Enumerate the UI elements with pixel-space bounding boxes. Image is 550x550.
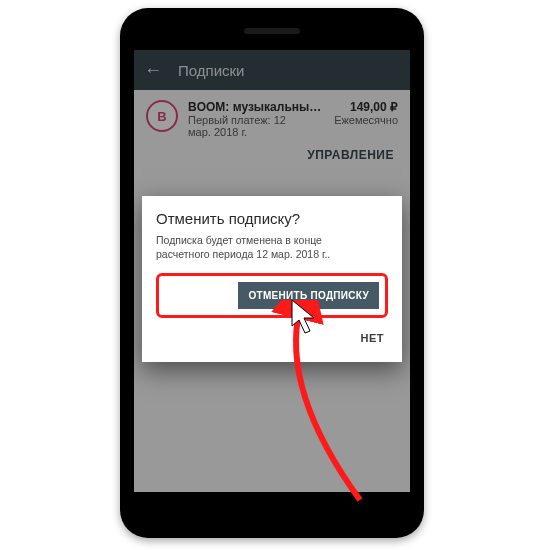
dialog-body-line2: расчетного периода 12 мар. 2018 г..	[156, 247, 388, 261]
dismiss-button[interactable]: НЕТ	[357, 324, 389, 352]
phone-frame: ← Подписки B BOOM: музыкальный… Первый п…	[120, 8, 424, 538]
annotation-highlight: ОТМЕНИТЬ ПОДПИСКУ	[156, 273, 388, 318]
dialog-title: Отменить подписку?	[156, 210, 388, 227]
screen: ← Подписки B BOOM: музыкальный… Первый п…	[134, 50, 410, 492]
confirm-cancel-button[interactable]: ОТМЕНИТЬ ПОДПИСКУ	[238, 282, 379, 309]
dialog-body-line1: Подписка будет отменена в конце	[156, 233, 388, 247]
cancel-dialog: Отменить подписку? Подписка будет отмене…	[142, 196, 402, 362]
phone-speaker	[244, 28, 300, 34]
